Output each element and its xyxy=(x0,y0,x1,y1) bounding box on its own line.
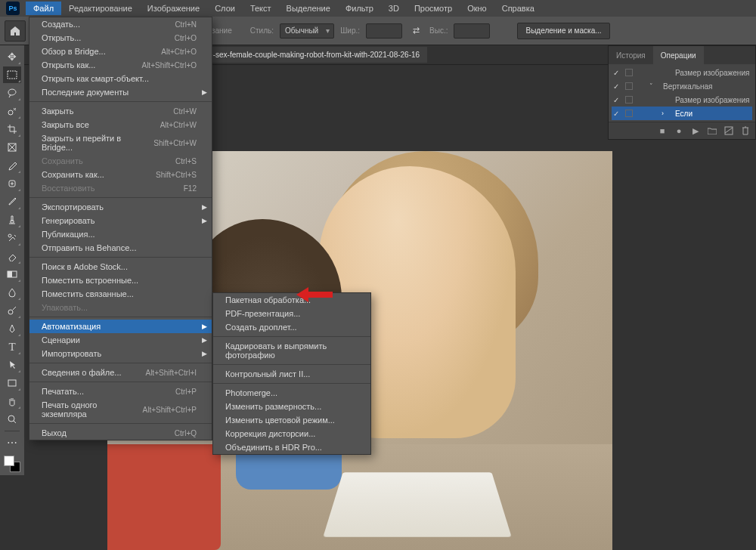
menu-item[interactable]: Закрыть всеAlt+Ctrl+W xyxy=(29,118,212,131)
menu-item[interactable]: Последние документы▶ xyxy=(29,85,212,99)
shape-tool[interactable] xyxy=(3,375,21,391)
menu-item[interactable]: Photomerge... xyxy=(213,386,370,400)
new-folder-icon[interactable] xyxy=(707,125,717,136)
menu-item[interactable]: Объединить в HDR Pro... xyxy=(213,440,370,454)
menu-редактирование[interactable]: Редактирование xyxy=(61,2,140,15)
menu-item[interactable]: Печатать...Ctrl+P xyxy=(29,385,212,398)
expand-icon[interactable]: ˅ xyxy=(649,82,657,90)
menu-item[interactable]: Поместить связанные... xyxy=(29,287,212,301)
play-icon[interactable]: ▶ xyxy=(690,125,701,136)
zoom-tool[interactable] xyxy=(3,411,21,428)
menu-выделение[interactable]: Выделение xyxy=(279,2,338,15)
lasso-tool[interactable] xyxy=(3,85,21,101)
trash-icon[interactable] xyxy=(740,125,751,136)
menu-фильтр[interactable]: Фильтр xyxy=(338,2,381,15)
menu-item[interactable]: Создать дроплет... xyxy=(213,320,370,334)
swap-dims-icon[interactable]: ⇄ xyxy=(408,23,423,39)
menu-item[interactable]: Открыть как...Alt+Shift+Ctrl+O xyxy=(29,58,212,72)
expand-icon[interactable]: › xyxy=(662,110,669,117)
menu-item[interactable]: Автоматизация▶ xyxy=(29,320,212,333)
action-row[interactable]: ✓›Если xyxy=(612,107,752,120)
menu-item[interactable]: Контрольный лист II... xyxy=(213,367,370,381)
menu-справка[interactable]: Справка xyxy=(494,2,542,15)
action-label: Размер изображения xyxy=(674,69,752,77)
menu-3d[interactable]: 3D xyxy=(381,2,407,15)
menu-item[interactable]: Сведения о файле...Alt+Shift+Ctrl+I xyxy=(29,366,212,379)
menu-item-label: Открыть как... xyxy=(42,60,95,70)
menu-item[interactable]: ВыходCtrl+Q xyxy=(29,426,212,440)
select-and-mask-button[interactable]: Выделение и маска... xyxy=(517,23,609,39)
stop-icon[interactable]: ■ xyxy=(657,125,668,136)
action-row[interactable]: ✓Размер изображения xyxy=(612,66,752,79)
menu-item[interactable]: Импортировать▶ xyxy=(29,347,212,360)
menu-item[interactable]: Пакетная обработка... xyxy=(213,293,370,307)
menu-item[interactable]: Публикация... xyxy=(29,227,212,241)
menu-item[interactable]: Изменить цветовой режим... xyxy=(213,413,370,427)
menu-item[interactable]: Поиск в Adobe Stock... xyxy=(29,260,212,273)
marquee-tool[interactable] xyxy=(3,66,21,83)
eraser-tool[interactable] xyxy=(3,248,21,264)
menu-item[interactable]: Закрыть и перейти в Bridge...Shift+Ctrl+… xyxy=(29,131,212,154)
menu-item-label: Объединить в HDR Pro... xyxy=(225,443,322,452)
dialog-toggle[interactable] xyxy=(625,96,633,104)
menu-item[interactable]: Сохранить как...Shift+Ctrl+S xyxy=(29,168,212,181)
menu-item[interactable]: Отправить на Behance... xyxy=(29,241,212,255)
menu-item[interactable]: PDF-презентация... xyxy=(213,307,370,320)
gradient-tool[interactable] xyxy=(3,266,21,283)
dodge-tool[interactable] xyxy=(3,302,21,319)
menu-item[interactable]: Открыть как смарт-объект... xyxy=(29,72,212,85)
menu-item[interactable]: Генерировать▶ xyxy=(29,214,212,227)
action-row[interactable]: ✓Размер изображения xyxy=(612,93,752,107)
healing-tool[interactable] xyxy=(3,175,21,192)
crop-tool[interactable] xyxy=(3,121,21,138)
height-input[interactable] xyxy=(454,23,490,39)
menu-текст[interactable]: Текст xyxy=(243,2,279,15)
width-input[interactable] xyxy=(366,23,402,39)
eyedropper-tool[interactable] xyxy=(3,157,21,174)
move-tool[interactable]: ✥ xyxy=(3,48,21,65)
color-swatches[interactable] xyxy=(4,456,20,472)
style-select[interactable]: Обычный xyxy=(280,23,334,39)
menu-просмотр[interactable]: Просмотр xyxy=(407,2,460,15)
dialog-toggle[interactable] xyxy=(625,82,633,90)
action-row[interactable]: ✓˅Вертикальная xyxy=(612,79,752,93)
svg-rect-15 xyxy=(8,271,12,277)
menu-item[interactable]: Экспортировать▶ xyxy=(29,200,212,214)
history-tab[interactable]: История xyxy=(609,46,653,64)
foreground-color[interactable] xyxy=(4,456,14,466)
menu-item[interactable]: Открыть...Ctrl+O xyxy=(29,31,212,45)
edit-toolbar[interactable]: ⋯ xyxy=(3,434,21,451)
menu-item[interactable]: Поместить встроенные... xyxy=(29,273,212,287)
blur-tool[interactable] xyxy=(3,284,21,301)
menu-item-label: PDF-презентация... xyxy=(225,309,300,318)
path-select-tool[interactable] xyxy=(3,357,21,373)
menu-item[interactable]: Кадрировать и выпрямить фотографию xyxy=(213,339,370,362)
menu-item[interactable]: Создать...Ctrl+N xyxy=(29,17,212,31)
menu-окно[interactable]: Окно xyxy=(460,2,494,15)
menu-item[interactable]: Изменить размерность... xyxy=(213,400,370,413)
menu-изображение[interactable]: Изображение xyxy=(140,2,207,15)
document-tab[interactable]: same-sex-female-couple-making-robot-from… xyxy=(178,47,427,63)
record-icon[interactable]: ● xyxy=(674,125,684,136)
new-action-icon[interactable] xyxy=(723,125,734,136)
dialog-toggle[interactable] xyxy=(625,69,633,76)
menu-item[interactable]: Обзор в Bridge...Alt+Ctrl+O xyxy=(29,45,212,58)
menu-item-label: Открыть как смарт-объект... xyxy=(42,74,149,83)
pen-tool[interactable] xyxy=(3,320,21,337)
menu-item[interactable]: Коррекция дисторсии... xyxy=(213,427,370,440)
menu-item[interactable]: Печать одного экземпляраAlt+Shift+Ctrl+P xyxy=(29,398,212,421)
brush-tool[interactable] xyxy=(3,193,21,210)
frame-tool[interactable] xyxy=(3,139,21,156)
menu-файл[interactable]: Файл xyxy=(26,2,61,15)
history-brush-tool[interactable] xyxy=(3,230,21,246)
menu-item[interactable]: Сценарии▶ xyxy=(29,333,212,347)
quick-select-tool[interactable] xyxy=(3,103,21,119)
menu-item[interactable]: ЗакрытьCtrl+W xyxy=(29,104,212,118)
type-tool[interactable]: T xyxy=(3,338,21,355)
home-button[interactable] xyxy=(5,20,26,42)
stamp-tool[interactable] xyxy=(3,212,21,228)
actions-tab[interactable]: Операции xyxy=(653,46,704,64)
hand-tool[interactable] xyxy=(3,393,21,409)
menu-слои[interactable]: Слои xyxy=(207,2,243,15)
dialog-toggle[interactable] xyxy=(625,110,633,117)
